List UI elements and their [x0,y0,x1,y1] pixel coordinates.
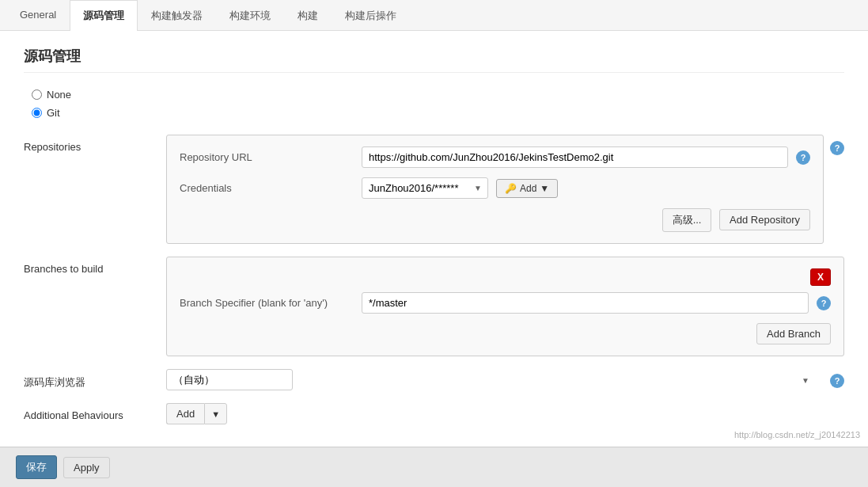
branch-action-buttons: Add Branch [180,323,831,344]
tab-build[interactable]: 构建 [284,0,332,31]
tab-environment[interactable]: 构建环境 [216,0,284,31]
add-credential-dropdown-arrow: ▼ [540,183,549,194]
tab-triggers[interactable]: 构建触发器 [138,0,216,31]
source-browser-section: 源码库浏览器 （自动） ▼ ? [24,369,844,390]
credentials-row: Credentials JunZhou2016/****** ▼ 🔑 Add ▼ [180,177,810,199]
key-icon: 🔑 [505,183,517,194]
branch-specifier-help-icon[interactable]: ? [817,296,831,310]
watermark: http://blog.csdn.net/z_j20142213 [734,430,860,439]
repositories-label: Repositories [24,135,166,153]
add-credential-button[interactable]: 🔑 Add ▼ [496,179,558,198]
page-title: 源码管理 [24,47,844,73]
credentials-select[interactable]: JunZhou2016/****** [362,177,488,199]
radio-none[interactable]: None [32,89,844,101]
remove-branch-button[interactable]: X [810,268,831,286]
repo-action-buttons: 高级... Add Repository [180,208,810,232]
add-branch-button[interactable]: Add Branch [756,323,831,344]
credentials-select-wrapper: JunZhou2016/****** ▼ [362,177,488,199]
source-browser-label: 源码库浏览器 [24,369,166,390]
add-behaviours-split-button: Add ▼ [166,403,227,424]
repo-url-label: Repository URL [180,151,354,163]
branches-label: Branches to build [24,257,166,275]
bottom-bar: 保存 Apply [0,447,868,458]
repositories-section: Repositories Repository URL ? Credential… [24,135,844,244]
advanced-button[interactable]: 高级... [662,208,712,232]
repo-url-help-icon[interactable]: ? [796,150,810,165]
add-behaviours-main-button[interactable]: Add [166,403,204,424]
branches-section: Branches to build X Branch Specifier (bl… [24,257,844,356]
repo-url-input-wrapper [362,146,788,168]
branch-x-row: X [180,268,831,286]
credentials-controls: JunZhou2016/****** ▼ 🔑 Add ▼ [362,177,558,199]
branch-specifier-row: Branch Specifier (blank for 'any') ? [180,292,831,314]
scm-radio-group: None Git [32,89,844,119]
radio-git-input[interactable] [32,108,42,118]
branches-content: X Branch Specifier (blank for 'any') ? A… [166,257,844,356]
source-browser-help-icon[interactable]: ? [830,374,844,388]
source-browser-dropdown-arrow: ▼ [802,375,809,384]
apply-button[interactable]: Apply [63,457,110,459]
branch-specifier-input-wrapper [362,292,809,314]
radio-git-label: Git [47,107,60,119]
add-repository-button[interactable]: Add Repository [719,209,810,230]
tab-scm[interactable]: 源码管理 [70,0,138,31]
tab-post-build[interactable]: 构建后操作 [332,0,410,31]
source-browser-select[interactable]: （自动） [166,369,293,390]
radio-none-input[interactable] [32,89,42,100]
radio-git[interactable]: Git [32,107,844,119]
additional-behaviours-section: Additional Behaviours Add ▼ [24,403,844,424]
main-content: 源码管理 None Git Repositories Repository UR… [0,31,868,458]
branch-specifier-input[interactable] [362,292,809,314]
branch-specifier-label: Branch Specifier (blank for 'any') [180,297,354,309]
repo-url-row: Repository URL ? [180,146,810,168]
add-behaviours-dropdown-button[interactable]: ▼ [204,403,227,424]
repo-url-input[interactable] [362,146,788,168]
repositories-content: Repository URL ? Credentials JunZhou2016… [166,135,824,244]
source-browser-select-wrapper: （自动） ▼ [166,369,817,390]
tab-general[interactable]: General [6,0,70,31]
repositories-help-icon[interactable]: ? [830,141,844,155]
save-button[interactable]: 保存 [16,455,57,458]
additional-behaviours-label: Additional Behaviours [24,403,166,421]
credentials-label: Credentials [180,182,354,194]
tab-bar: General 源码管理 构建触发器 构建环境 构建 构建后操作 [0,0,868,31]
radio-none-label: None [47,89,71,101]
